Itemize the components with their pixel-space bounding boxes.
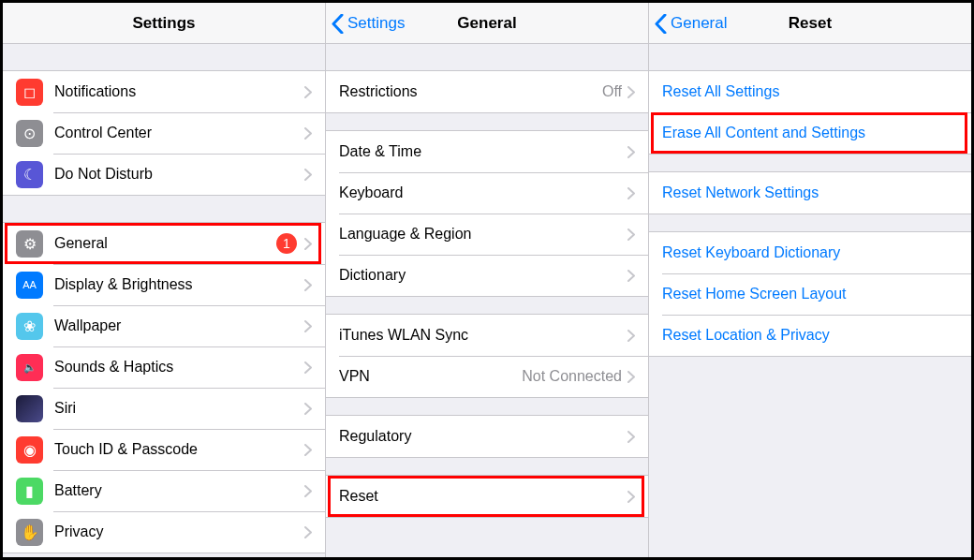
- navbar-general: Settings General: [326, 3, 648, 44]
- chevron-right-icon: [304, 238, 312, 250]
- navbar-title: Reset: [789, 14, 832, 33]
- navbar-settings: Settings: [3, 3, 325, 44]
- chevron-right-icon: [304, 485, 312, 497]
- panel-settings: Settings ◻Notifications⊙Control Center☾D…: [3, 3, 326, 557]
- back-button-general[interactable]: General: [655, 3, 727, 44]
- row-label: Notifications: [54, 83, 304, 100]
- row-language-region[interactable]: Language & Region: [326, 214, 648, 255]
- chevron-right-icon: [627, 270, 635, 282]
- control-center-icon: ⊙: [16, 120, 43, 147]
- navbar-title: General: [457, 14, 516, 33]
- row-notifications[interactable]: ◻Notifications: [3, 71, 325, 112]
- navbar-reset: General Reset: [649, 3, 971, 44]
- row-label: Sounds & Haptics: [54, 359, 304, 376]
- badge: 1: [276, 233, 297, 254]
- chevron-right-icon: [304, 127, 312, 140]
- row-dnd[interactable]: ☾Do Not Disturb: [3, 154, 325, 195]
- row-label: General: [54, 235, 276, 252]
- row-label: Control Center: [54, 125, 304, 141]
- row-itunes-wlan[interactable]: iTunes WLAN Sync: [326, 315, 648, 356]
- row-label: Restrictions: [339, 83, 602, 100]
- dnd-icon: ☾: [16, 161, 43, 188]
- row-detail: Not Connected: [522, 368, 622, 385]
- settings-list[interactable]: ◻Notifications⊙Control Center☾Do Not Dis…: [3, 44, 325, 557]
- battery-icon: ▮: [16, 478, 43, 505]
- chevron-right-icon: [304, 279, 312, 291]
- row-label: Privacy: [54, 523, 304, 540]
- row-wallpaper[interactable]: ❀Wallpaper: [3, 305, 325, 346]
- row-label: Erase All Content and Settings: [662, 125, 958, 141]
- row-general[interactable]: ⚙General1: [3, 223, 325, 264]
- row-regulatory[interactable]: Regulatory: [326, 416, 648, 457]
- row-siri[interactable]: Siri: [3, 388, 325, 429]
- touchid-icon: ◉: [16, 436, 43, 464]
- reset-list[interactable]: Reset All SettingsErase All Content and …: [649, 44, 971, 557]
- row-label: Reset Location & Privacy: [662, 327, 958, 344]
- chevron-right-icon: [627, 431, 635, 443]
- chevron-right-icon: [304, 320, 312, 332]
- row-erase-all[interactable]: Erase All Content and Settings: [649, 112, 971, 154]
- row-reset-keyboard[interactable]: Reset Keyboard Dictionary: [649, 232, 971, 273]
- chevron-right-icon: [627, 146, 635, 158]
- chevron-right-icon: [627, 187, 635, 199]
- row-label: Siri: [54, 400, 304, 417]
- row-label: Reset Keyboard Dictionary: [662, 244, 958, 261]
- chevron-right-icon: [304, 169, 312, 181]
- panel-reset: General Reset Reset All SettingsErase Al…: [649, 3, 971, 557]
- row-display[interactable]: AADisplay & Brightness: [3, 264, 325, 305]
- sounds-icon: 🔈: [16, 354, 43, 381]
- chevron-right-icon: [304, 444, 312, 456]
- panel-general: Settings General RestrictionsOffDate & T…: [326, 3, 649, 557]
- row-reset-network[interactable]: Reset Network Settings: [649, 172, 971, 214]
- row-label: Regulatory: [339, 428, 627, 445]
- row-label: Display & Brightness: [54, 276, 304, 293]
- back-button-settings[interactable]: Settings: [332, 3, 405, 44]
- chevron-right-icon: [627, 371, 635, 383]
- chevron-right-icon: [304, 361, 312, 374]
- row-label: Reset Home Screen Layout: [662, 286, 958, 302]
- row-label: Do Not Disturb: [54, 166, 304, 183]
- row-battery[interactable]: ▮Battery: [3, 470, 325, 511]
- chevron-right-icon: [627, 491, 635, 503]
- back-label: General: [671, 14, 727, 33]
- navbar-title: Settings: [132, 14, 195, 33]
- row-privacy[interactable]: ✋Privacy: [3, 511, 325, 553]
- privacy-icon: ✋: [16, 519, 43, 546]
- row-vpn[interactable]: VPNNot Connected: [326, 356, 648, 397]
- display-icon: AA: [16, 272, 43, 299]
- row-restrictions[interactable]: RestrictionsOff: [326, 71, 648, 112]
- row-control-center[interactable]: ⊙Control Center: [3, 112, 325, 154]
- row-dictionary[interactable]: Dictionary: [326, 255, 648, 296]
- row-label: Reset Network Settings: [662, 184, 958, 201]
- row-detail: Off: [602, 83, 622, 100]
- row-reset[interactable]: Reset: [326, 476, 648, 517]
- row-label: Date & Time: [339, 143, 627, 160]
- chevron-right-icon: [627, 228, 635, 241]
- row-reset-all[interactable]: Reset All Settings: [649, 71, 971, 112]
- general-list[interactable]: RestrictionsOffDate & TimeKeyboardLangua…: [326, 44, 648, 557]
- row-sounds[interactable]: 🔈Sounds & Haptics: [3, 346, 325, 388]
- notifications-icon: ◻: [16, 79, 43, 106]
- row-label: Touch ID & Passcode: [54, 441, 304, 458]
- row-label: iTunes WLAN Sync: [339, 327, 627, 344]
- row-label: Wallpaper: [54, 317, 304, 334]
- row-label: Reset: [339, 488, 627, 505]
- row-label: Battery: [54, 482, 304, 499]
- row-label: Language & Region: [339, 226, 627, 243]
- row-reset-location[interactable]: Reset Location & Privacy: [649, 315, 971, 356]
- siri-icon: [16, 395, 43, 422]
- row-keyboard[interactable]: Keyboard: [326, 172, 648, 214]
- row-reset-home[interactable]: Reset Home Screen Layout: [649, 273, 971, 315]
- row-label: Dictionary: [339, 267, 627, 284]
- back-label: Settings: [347, 14, 405, 33]
- chevron-right-icon: [627, 86, 635, 98]
- row-date-time[interactable]: Date & Time: [326, 131, 648, 172]
- row-label: VPN: [339, 368, 522, 385]
- row-label: Keyboard: [339, 184, 627, 201]
- chevron-right-icon: [627, 330, 635, 342]
- row-touchid[interactable]: ◉Touch ID & Passcode: [3, 429, 325, 470]
- chevron-right-icon: [304, 403, 312, 415]
- row-label: Reset All Settings: [662, 83, 958, 100]
- general-icon: ⚙: [16, 230, 43, 258]
- wallpaper-icon: ❀: [16, 313, 43, 340]
